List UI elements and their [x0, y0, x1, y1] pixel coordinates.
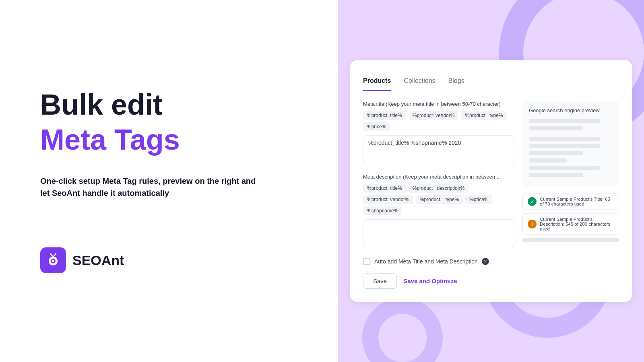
status-desc-text: Current Sample Product's Description: 54… [540, 217, 614, 231]
tab-bar: Products Collections Blogs [363, 73, 619, 91]
preview-line-4 [529, 144, 600, 148]
auto-add-label: Auto add Meta Title and Meta Description [374, 258, 478, 265]
meta-title-input[interactable] [363, 135, 514, 164]
status-title-text: Current Sample Product's Title: 65 of 70… [540, 197, 614, 206]
google-preview-title: Google search engine preview [529, 107, 613, 113]
tab-products[interactable]: Products [363, 73, 391, 91]
tag-product-vendor[interactable]: %product. vendor% [409, 111, 459, 120]
headline-line2: Meta Tags [40, 124, 306, 156]
status-desc-badge: i Current Sample Product's Description: … [522, 213, 619, 235]
logo-text: SEOAnt [72, 253, 124, 268]
preview-line-1 [529, 119, 600, 123]
tab-blogs[interactable]: Blogs [448, 73, 464, 91]
status-green-icon: ✓ [528, 197, 537, 206]
tag-price[interactable]: %price% [363, 122, 390, 131]
help-icon[interactable]: ? [482, 258, 489, 265]
preview-section: Google search engine preview ✓ [522, 101, 619, 289]
left-panel: Bulk edit Meta Tags One-click setup Meta… [0, 0, 338, 362]
tag-desc-product-type[interactable]: %product. _type% [416, 195, 463, 204]
preview-line-5 [529, 151, 583, 155]
tab-collections[interactable]: Collections [404, 73, 435, 91]
subtitle: One-click setup Meta Tag rules, preview … [40, 175, 258, 199]
meta-desc-input[interactable] [363, 219, 514, 248]
button-row: Save Save and Optimize [363, 273, 514, 289]
preview-line-3 [529, 137, 600, 141]
svg-point-6 [55, 253, 56, 255]
status-title-badge: ✓ Current Sample Product's Title: 65 of … [522, 193, 619, 210]
meta-title-tags: %product. title% %product. vendor% %prod… [363, 111, 514, 131]
tag-desc-product-description[interactable]: %product _description% [409, 184, 469, 193]
status-orange-icon: i [528, 220, 537, 228]
preview-line-8 [529, 173, 583, 177]
tag-desc-price[interactable]: %price% [465, 195, 492, 204]
right-panel: Products Collections Blogs Meta title (K… [338, 0, 644, 362]
svg-point-5 [50, 253, 52, 255]
content-row: Meta title (Keep your meta title in betw… [363, 101, 619, 289]
logo-area: SEOAnt [40, 247, 306, 273]
preview-line-2 [529, 126, 583, 130]
preview-line-7 [529, 166, 600, 170]
auto-add-checkbox-row: Auto add Meta Title and Meta Description… [363, 258, 514, 265]
auto-add-checkbox[interactable] [363, 258, 370, 265]
tag-desc-product-title[interactable]: %product. title% [363, 184, 406, 193]
preview-line-6 [529, 158, 567, 162]
main-card: Products Collections Blogs Meta title (K… [350, 60, 632, 302]
preview-lines-area [529, 137, 613, 177]
meta-desc-tags: %product. title% %product _description% … [363, 184, 514, 215]
save-button[interactable]: Save [363, 273, 397, 289]
meta-desc-block: Meta description (Keep your meta descrip… [363, 174, 514, 250]
empty-progress-bar [522, 238, 619, 242]
google-preview-box: Google search engine preview [522, 101, 619, 187]
tag-desc-product-vendor[interactable]: %product. vendor% [363, 195, 413, 204]
tag-desc-shopname[interactable]: %shopname% [363, 206, 402, 215]
tag-product-title[interactable]: %product. title% [363, 111, 406, 120]
save-optimize-button[interactable]: Save and Optimize [403, 274, 457, 288]
headline-line1: Bulk edit [40, 89, 306, 121]
tag-product-type[interactable]: %product _type% [461, 111, 507, 120]
svg-point-2 [52, 260, 54, 262]
meta-desc-label: Meta description (Keep your meta descrip… [363, 174, 514, 180]
meta-title-label: Meta title (Keep your meta title in betw… [363, 101, 514, 107]
form-section: Meta title (Keep your meta title in betw… [363, 101, 514, 289]
seoant-logo-icon [40, 247, 66, 273]
meta-title-block: Meta title (Keep your meta title in betw… [363, 101, 514, 166]
deco-circle-3 [362, 298, 443, 362]
